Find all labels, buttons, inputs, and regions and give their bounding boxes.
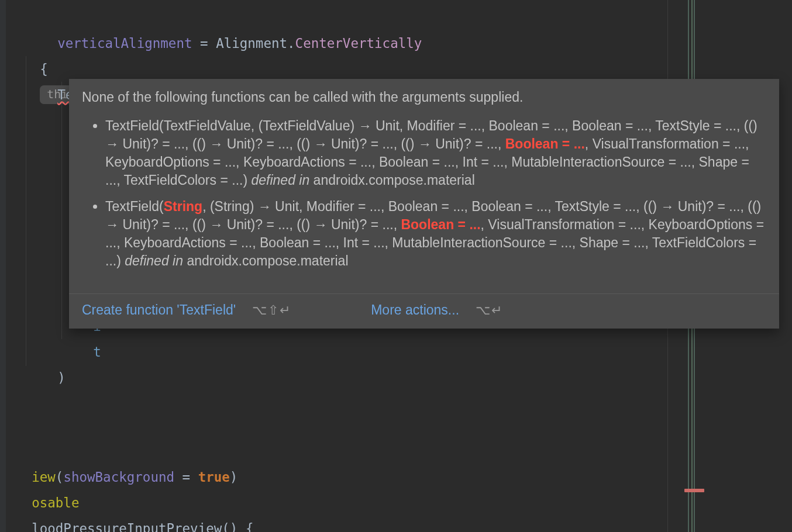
op-dot: . bbox=[287, 36, 295, 51]
error-tooltip: None of the following functions can be c… bbox=[69, 79, 779, 329]
code-text: t bbox=[93, 344, 101, 360]
overload-list: TextField(TextFieldValue, (TextFieldValu… bbox=[82, 117, 766, 270]
signature-text: TextField( bbox=[105, 199, 164, 214]
quickfix-create-function[interactable]: Create function 'TextField' bbox=[82, 302, 236, 318]
keyword-true: true bbox=[198, 469, 230, 485]
tooltip-actions: Create function 'TextField' ⌥⇧↵ More act… bbox=[69, 293, 779, 329]
class-ref: Alignment bbox=[216, 36, 287, 51]
tooltip-title: None of the following functions can be c… bbox=[82, 88, 766, 106]
shortcut-hint: ⌥⇧↵ bbox=[252, 303, 291, 318]
paren-close: ) bbox=[57, 370, 66, 385]
named-arg: showBackground bbox=[63, 469, 174, 485]
package-name: androidx.compose.material bbox=[187, 253, 348, 268]
code-line: ) bbox=[26, 339, 66, 416]
paren-close: ) bbox=[230, 469, 238, 485]
op-equals: = bbox=[174, 469, 198, 485]
mismatched-param: String bbox=[164, 199, 202, 214]
op-equals: = bbox=[192, 36, 216, 51]
member-ref: CenterVertically bbox=[295, 36, 422, 51]
defined-in-label: defined in bbox=[251, 172, 313, 188]
shortcut-hint: ⌥↵ bbox=[476, 303, 503, 318]
code-line: loodPressureInput(BloodPressureOptionDat… bbox=[0, 516, 380, 532]
mismatched-param: Boolean = ... bbox=[401, 217, 480, 232]
mismatched-param: Boolean = ... bbox=[505, 136, 585, 151]
tooltip-body: None of the following functions can be c… bbox=[69, 79, 779, 293]
package-name: androidx.compose.material bbox=[314, 172, 475, 188]
defined-in-label: defined in bbox=[125, 253, 187, 268]
overload-item: TextField(TextFieldValue, (TextFieldValu… bbox=[105, 117, 766, 189]
quickfix-more-actions[interactable]: More actions... bbox=[371, 302, 459, 318]
overload-item: TextField(String, (String) → Unit, Modif… bbox=[105, 198, 766, 270]
